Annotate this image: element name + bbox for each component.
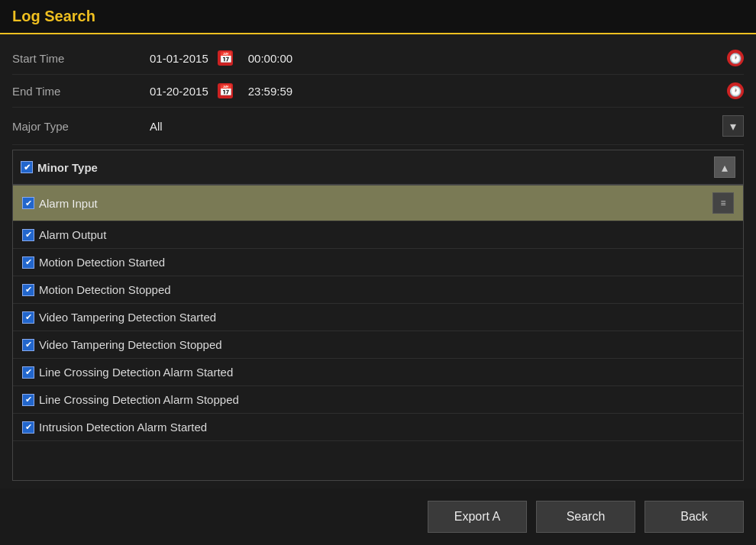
back-button[interactable]: Back xyxy=(645,501,744,533)
major-type-value: All xyxy=(150,120,722,133)
list-item[interactable]: ✔Line Crossing Detection Alarm Stopped xyxy=(13,386,743,414)
footer: Export A Search Back xyxy=(0,489,756,545)
start-time-label: Start Time xyxy=(12,52,150,65)
list-item[interactable]: ✔Motion Detection Stopped xyxy=(13,276,743,304)
list-item-label: Intrusion Detection Alarm Started xyxy=(39,421,207,434)
list-item[interactable]: ✔Alarm Output xyxy=(13,221,743,249)
export-a-button[interactable]: Export A xyxy=(428,501,527,533)
page-title: Log Search xyxy=(12,8,95,24)
start-calendar-icon[interactable] xyxy=(218,50,233,66)
major-type-dropdown-button[interactable]: ▾ xyxy=(722,115,744,137)
list-item-checkbox[interactable]: ✔ xyxy=(22,311,34,324)
list-item-checkbox[interactable]: ✔ xyxy=(22,394,34,406)
list-item[interactable]: ✔Alarm Input≡ xyxy=(13,185,743,221)
end-date: 01-20-2015 xyxy=(150,85,208,98)
start-time-value: 01-01-2015 00:00:00 xyxy=(150,50,292,66)
major-type-row: Major Type All ▾ xyxy=(12,108,744,145)
list-item-label: Line Crossing Detection Alarm Started xyxy=(39,366,233,379)
end-calendar-icon[interactable] xyxy=(218,83,233,98)
end-time-row: End Time 01-20-2015 23:59:59 🕐 xyxy=(12,75,744,108)
list-item-label: Line Crossing Detection Alarm Stopped xyxy=(39,393,239,406)
end-clock-icon-wrap[interactable]: 🕐 xyxy=(727,82,744,99)
end-time-label: End Time xyxy=(12,85,150,98)
start-time-row: Start Time 01-01-2015 00:00:00 🕐 xyxy=(12,42,744,75)
list-item-checkbox[interactable]: ✔ xyxy=(22,256,34,269)
start-clock-icon-wrap[interactable]: 🕐 xyxy=(727,50,744,66)
list-item[interactable]: ✔Line Crossing Detection Alarm Started xyxy=(13,359,743,386)
start-date: 01-01-2015 xyxy=(150,52,208,65)
list-item[interactable]: ✔Video Tampering Detection Started xyxy=(13,304,743,331)
title-bar: Log Search xyxy=(0,0,756,34)
major-type-label: Major Type xyxy=(12,120,150,133)
log-search-window: Log Search Start Time 01-01-2015 00:00:0… xyxy=(0,0,756,545)
start-clock-icon[interactable]: 🕐 xyxy=(727,50,744,66)
chevron-down-icon: ▾ xyxy=(730,119,736,134)
list-item[interactable]: ✔Motion Detection Started xyxy=(13,249,743,276)
minor-type-list: ✔Alarm Input≡✔Alarm Output✔Motion Detect… xyxy=(12,185,744,481)
list-item-label: Video Tampering Detection Started xyxy=(39,311,216,324)
search-button[interactable]: Search xyxy=(536,501,635,533)
end-clock-icon[interactable]: 🕐 xyxy=(727,82,744,99)
scrollbar[interactable]: ≡ xyxy=(712,192,734,214)
list-item-label: Alarm Input xyxy=(39,197,98,210)
minor-type-checkbox[interactable]: ✔ xyxy=(21,161,33,173)
list-item[interactable]: ✔Intrusion Detection Alarm Started xyxy=(13,414,743,441)
list-item-label: Alarm Output xyxy=(39,228,106,241)
list-item[interactable]: ✔Video Tampering Detection Stopped xyxy=(13,331,743,359)
list-item-checkbox[interactable]: ✔ xyxy=(22,421,34,434)
chevron-up-icon: ▴ xyxy=(722,160,728,175)
list-item-checkbox[interactable]: ✔ xyxy=(22,339,34,351)
list-item-checkbox[interactable]: ✔ xyxy=(22,197,34,209)
minor-type-collapse-button[interactable]: ▴ xyxy=(714,156,735,178)
list-item-label: Video Tampering Detection Stopped xyxy=(39,338,222,351)
minor-type-label: Minor Type xyxy=(37,161,98,174)
list-item-label: Motion Detection Stopped xyxy=(39,283,171,296)
list-item-checkbox[interactable]: ✔ xyxy=(22,366,34,379)
minor-type-checkbox-label: ✔ Minor Type xyxy=(21,161,98,174)
list-item-checkbox[interactable]: ✔ xyxy=(22,284,34,296)
list-item-label: Motion Detection Started xyxy=(39,256,165,269)
start-time-display: 00:00:00 xyxy=(248,52,292,65)
minor-type-header[interactable]: ✔ Minor Type ▴ xyxy=(12,150,744,185)
end-time-value: 01-20-2015 23:59:59 xyxy=(150,83,292,98)
content-area: Start Time 01-01-2015 00:00:00 🕐 End Tim… xyxy=(0,34,756,489)
list-item-checkbox[interactable]: ✔ xyxy=(22,229,34,241)
end-time-display: 23:59:59 xyxy=(248,85,292,98)
